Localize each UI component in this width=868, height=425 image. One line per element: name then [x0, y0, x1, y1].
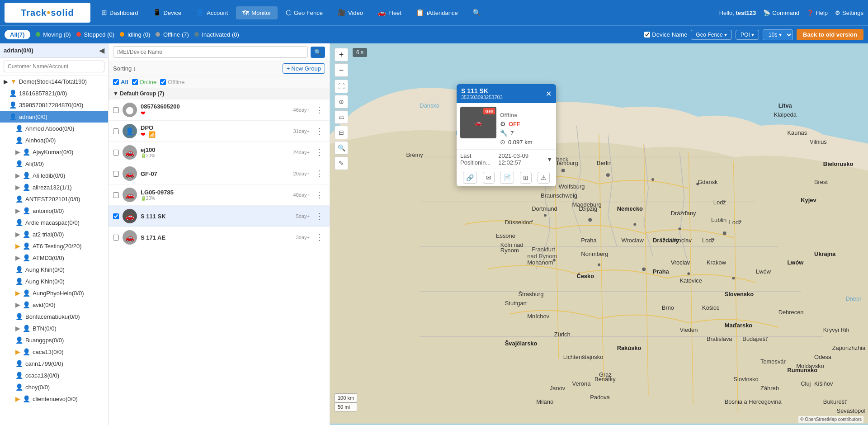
svg-text:Lublin: Lublin — [711, 217, 726, 223]
device-checkbox-4[interactable] — [113, 171, 119, 177]
map-area[interactable]: Hamburg Berlin Dortmund Leipzig Lübeck P… — [330, 43, 868, 425]
tree-item-adrian[interactable]: 👤 adrian(0/0) — [0, 111, 108, 123]
nav-item-video[interactable]: 🎥 Video — [331, 6, 369, 19]
tree-item-caca13[interactable]: ▶ 👤 caca13(0/0) — [0, 346, 108, 358]
new-group-button[interactable]: + New Group — [283, 63, 325, 74]
nav-item-dashboard[interactable]: ⊞ Dashboard — [95, 6, 145, 19]
status-stopped[interactable]: Stopped (0) — [76, 31, 115, 38]
interval-select[interactable]: 10s ▾ 30s 60s — [763, 29, 793, 40]
device-search-input[interactable] — [113, 46, 308, 58]
tree-item-label: Ardie macaspac(0/0) — [25, 219, 80, 226]
geo-fence-btn[interactable]: Geo Fence ▾ — [691, 30, 732, 40]
device-checkbox-3[interactable] — [113, 150, 119, 156]
help-btn[interactable]: ❓ Help — [807, 9, 828, 16]
device-checkbox-2[interactable] — [113, 128, 119, 134]
device-name-col-5: LG05-09785 🔋20% — [141, 189, 290, 201]
popup-grid-btn[interactable]: ⊞ — [520, 172, 532, 184]
search-tool-btn[interactable]: 🔍 — [335, 141, 348, 155]
tree-item-btn[interactable]: ▶ 👤 BTN(0/0) — [0, 322, 108, 334]
tree-item-antest[interactable]: 👤 ANTEST202101(0/0) — [0, 193, 108, 205]
svg-text:Düsseldorf: Düsseldorf — [505, 219, 533, 226]
filter-online[interactable]: Online — [132, 79, 157, 85]
tree-item-ccaca13[interactable]: 👤 ccaca13(0/0) — [0, 369, 108, 381]
tree-item-clientenuevo[interactable]: ▶ 👤 clientenuevo(0/0) — [0, 393, 108, 405]
tree-item-ali-ledib[interactable]: ▶ 👤 Ali ledib(0/0) — [0, 170, 108, 181]
settings-btn[interactable]: ⚙ Settings — [835, 9, 863, 16]
tree-item-aung-khin2[interactable]: 👤 Aung Khin(0/0) — [0, 275, 108, 287]
nav-item-account[interactable]: 👤 Account — [189, 6, 234, 19]
device-age-6: 5day+ — [296, 213, 310, 219]
nav-item-monitor[interactable]: 🗺 Monitor — [236, 6, 277, 19]
tree-item-alireza[interactable]: ▶ 👤 alireza132(1/1) — [0, 181, 108, 193]
device-more-btn-7[interactable]: ⋮ — [313, 232, 325, 242]
device-more-btn-6[interactable]: ⋮ — [313, 211, 325, 221]
expand-icon[interactable]: ▼ — [547, 156, 552, 163]
map-background: Hamburg Berlin Dortmund Leipzig Lübeck P… — [330, 43, 868, 425]
edit-tool-btn[interactable]: ✎ — [335, 156, 348, 170]
tree-item-cann1799[interactable]: 👤 cann1799(0/0) — [0, 358, 108, 369]
device-checkbox-1[interactable] — [113, 107, 119, 113]
tree-item-at2[interactable]: ▶ 👤 at2 trial(0/0) — [0, 228, 108, 240]
nav-item-iattendance[interactable]: 📋 iAttendance — [410, 6, 464, 19]
status-moving[interactable]: Moving (0) — [36, 31, 71, 38]
popup-alert-btn[interactable]: ⚠ — [538, 172, 550, 184]
device-more-btn-2[interactable]: ⋮ — [313, 126, 325, 136]
popup-report-btn[interactable]: 📄 — [500, 172, 514, 184]
back-old-version-button[interactable]: Back to old version — [797, 29, 863, 40]
group-label[interactable]: ▼ Default Group (7) — [108, 88, 330, 99]
tree-item-aung-khin1[interactable]: 👤 Aung Khin(0/0) — [0, 264, 108, 275]
tree-item-at6[interactable]: ▶ 👤 AT6 Testing(20/20) — [0, 240, 108, 252]
logo[interactable]: Track•solid — [5, 3, 90, 23]
svg-point-14 — [732, 277, 735, 279]
poi-btn[interactable]: POI ▾ — [736, 30, 759, 40]
tree-item-antonio[interactable]: ▶ 👤 antonio(0/0) — [0, 205, 108, 217]
tree-item-avid[interactable]: ▶ 👤 avid(0/0) — [0, 299, 108, 311]
device-checkbox-5[interactable] — [113, 192, 119, 198]
tree-item-ardie[interactable]: 👤 Ardie macaspac(0/0) — [0, 217, 108, 228]
command-btn[interactable]: 📡 Command — [763, 9, 799, 16]
tree-item-choy[interactable]: 👤 choy(0/0) — [0, 381, 108, 393]
status-idling[interactable]: Idling (0) — [120, 31, 150, 38]
device-checkbox-7[interactable] — [113, 235, 119, 241]
tree-item-bonface[interactable]: 👤 Bonfacemabuku(0/0) — [0, 311, 108, 322]
sidebar-toggle-btn[interactable]: ◀ — [99, 46, 104, 55]
svg-point-3 — [651, 178, 654, 181]
zoom-in-button[interactable]: + — [335, 48, 348, 61]
nav-item-fleet[interactable]: 🚗 Fleet — [371, 6, 408, 19]
nav-item-device[interactable]: 📱 Device — [146, 6, 188, 19]
tree-item-ali[interactable]: 👤 Ali(0/0) — [0, 158, 108, 170]
customer-search-input[interactable] — [4, 61, 104, 72]
tree-item-ajay[interactable]: ▶ 👤 AjayKumar(0/0) — [0, 146, 108, 158]
layers-tool-btn[interactable]: ⊟ — [335, 126, 348, 139]
tree-item-35985[interactable]: 👤 3598570817284870(0/0) — [0, 99, 108, 111]
device-name-checkbox[interactable]: Device Name — [644, 31, 687, 38]
tree-item-buang[interactable]: 👤 Buanggps(0/0) — [0, 334, 108, 346]
popup-message-btn[interactable]: ✉ — [483, 172, 495, 184]
device-search-button[interactable]: 🔍 — [311, 47, 325, 58]
status-inactivated[interactable]: Inactivated (0) — [194, 31, 239, 38]
tree-item-ahmed[interactable]: 👤 Ahmed Abood(0/0) — [0, 123, 108, 134]
zoom-out-button[interactable]: − — [335, 63, 348, 77]
all-badge[interactable]: All(7) — [5, 30, 30, 39]
device-checkbox-6[interactable] — [113, 213, 119, 219]
tree-item-aungphyo[interactable]: ▶ 👤 AungPhyoHein(0/0) — [0, 287, 108, 299]
device-more-btn-1[interactable]: ⋮ — [313, 105, 325, 115]
cluster-tool-btn[interactable]: ⊕ — [335, 95, 348, 109]
nav-item-geofence[interactable]: ⬡ Geo Fence — [279, 6, 329, 19]
svg-text:Dnepr: Dnepr — [845, 295, 862, 302]
nav-item-search[interactable]: 🔍 — [466, 6, 487, 19]
tree-item-ainhoa[interactable]: 👤 Ainhoa(0/0) — [0, 134, 108, 146]
device-more-btn-4[interactable]: ⋮ — [313, 169, 325, 179]
device-more-btn-5[interactable]: ⋮ — [313, 190, 325, 200]
filter-all[interactable]: All — [113, 79, 128, 85]
tree-item-18616[interactable]: 👤 18616857821(0/0) — [0, 87, 108, 99]
fullscreen-tool-btn[interactable]: ⛶ — [335, 80, 348, 93]
filter-offline[interactable]: Offline — [160, 79, 184, 85]
popup-close-button[interactable]: ✕ — [546, 90, 552, 98]
device-more-btn-3[interactable]: ⋮ — [313, 147, 325, 157]
tree-item-atmd3[interactable]: ▶ 👤 ATMD3(0/0) — [0, 252, 108, 264]
popup-link-btn[interactable]: 🔗 — [463, 172, 477, 184]
tree-item-demo[interactable]: ▶ ▼ Demo(Stock144/Total190) — [0, 76, 108, 87]
status-offline[interactable]: Offline (7) — [156, 31, 189, 38]
polygon-tool-btn[interactable]: ▭ — [335, 110, 348, 124]
